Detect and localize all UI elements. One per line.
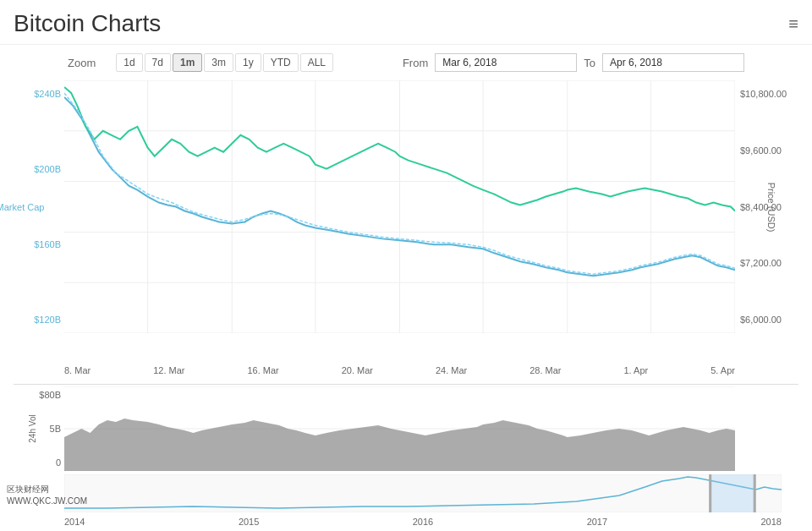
main-chart-svg xyxy=(64,80,735,333)
x-label-6: 28. Mar xyxy=(529,365,561,375)
main-chart-area xyxy=(64,80,735,333)
x-label-2: 12. Mar xyxy=(153,365,184,375)
y-axis-right-title: Price (USD) xyxy=(767,182,777,232)
zoom-1m[interactable]: 1m xyxy=(173,53,202,72)
y-right-label-2: $9,600.00 xyxy=(735,145,798,156)
overview-x-2018: 2018 xyxy=(761,517,782,527)
menu-icon[interactable]: ≡ xyxy=(788,14,798,34)
vol-y-label-3: 0 xyxy=(14,457,64,468)
zoom-3m[interactable]: 3m xyxy=(204,53,233,72)
from-label: From xyxy=(403,57,428,69)
svg-rect-19 xyxy=(709,474,711,512)
watermark-line2: WWW.QKC.JW.COM xyxy=(7,495,87,507)
page-title: Bitcoin Charts xyxy=(14,10,161,37)
overview-x-2017: 2017 xyxy=(587,517,607,527)
y-right-label-5: $6,000.00 xyxy=(735,315,798,325)
x-label-3: 16. Mar xyxy=(247,365,278,375)
date-range: From To xyxy=(403,53,744,72)
controls-bar: Zoom 1d 7d 1m 3m 1y YTD ALL From To xyxy=(0,45,812,80)
x-axis: 8. Mar 12. Mar 16. Mar 20. Mar 24. Mar 2… xyxy=(64,359,735,384)
vol-chart-area xyxy=(64,386,735,471)
x-label-8: 5. Apr xyxy=(710,365,735,375)
zoom-1d[interactable]: 1d xyxy=(116,53,142,72)
from-date-input[interactable] xyxy=(435,53,577,72)
header: Bitcoin Charts ≡ xyxy=(0,0,812,45)
overview-x-2015: 2015 xyxy=(239,517,259,527)
to-date-input[interactable] xyxy=(602,53,744,72)
overview-area xyxy=(64,474,782,512)
zoom-ytd[interactable]: YTD xyxy=(263,53,299,72)
zoom-7d[interactable]: 7d xyxy=(145,53,171,72)
x-label-1: 8. Mar xyxy=(64,365,91,375)
svg-rect-20 xyxy=(754,474,756,512)
y-axis-left: Market Cap $240B $200B $160B $120B xyxy=(14,80,64,333)
zoom-buttons: 1d 7d 1m 3m 1y YTD ALL xyxy=(116,53,333,72)
y-axis-left-title: Market Cap xyxy=(0,202,44,212)
overview-x-2014: 2014 xyxy=(64,517,85,527)
y-axis-right: Price (USD) $10,800.00 $9,600.00 $8,400.… xyxy=(735,80,798,333)
vol-y-label-2: 5B xyxy=(14,424,64,434)
vol-y-label-1: $80B xyxy=(14,390,64,400)
y-left-label-4: $120B xyxy=(14,315,64,325)
volume-area xyxy=(64,419,735,471)
chart-container: Market Cap $240B $200B $160B $120B Price… xyxy=(14,80,798,471)
zoom-all[interactable]: ALL xyxy=(300,53,333,72)
y-right-label-4: $7,200.00 xyxy=(735,258,798,268)
overview-chart: 2014 2015 2016 2017 2018 xyxy=(14,474,798,529)
y-right-label-1: $10,800.00 xyxy=(735,89,798,99)
x-label-4: 20. Mar xyxy=(342,365,373,375)
svg-rect-18 xyxy=(709,474,756,512)
volume-svg xyxy=(64,386,735,471)
to-label: To xyxy=(584,57,595,69)
overview-x-axis: 2014 2015 2016 2017 2018 xyxy=(64,514,782,529)
watermark: 区块财经网 WWW.QKC.JW.COM xyxy=(7,484,87,507)
overview-x-2016: 2016 xyxy=(413,517,433,527)
zoom-label: Zoom xyxy=(68,57,96,69)
x-label-5: 24. Mar xyxy=(436,365,467,375)
y-left-label-3: $160B xyxy=(14,239,64,249)
vol-axis-title: 24h Vol xyxy=(28,414,37,442)
watermark-line1: 区块财经网 xyxy=(7,484,87,495)
zoom-1y[interactable]: 1y xyxy=(235,53,261,72)
y-left-label-1: $240B xyxy=(14,89,64,99)
overview-svg xyxy=(64,474,782,512)
vol-y-axis: $80B 5B 0 xyxy=(14,386,64,471)
main-chart: Market Cap $240B $200B $160B $120B Price… xyxy=(14,80,798,385)
y-left-label-2: $200B xyxy=(14,164,64,174)
x-label-7: 1. Apr xyxy=(623,365,648,375)
volume-chart: $80B 5B 0 24h Vol xyxy=(14,386,798,471)
